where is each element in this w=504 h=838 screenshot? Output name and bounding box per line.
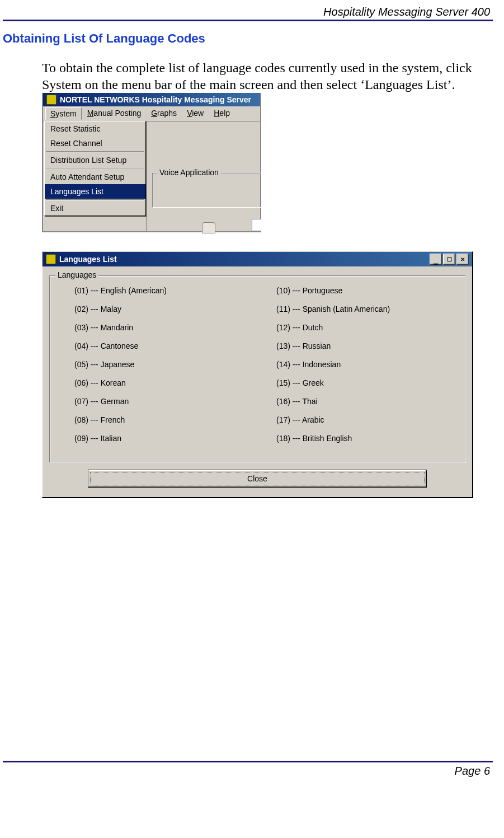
page-header: Hospitality Messaging Server 400 <box>3 6 493 20</box>
dialog-titlebar: Languages List ▁ ☐ ✕ <box>43 252 472 266</box>
minimize-button[interactable]: ▁ <box>430 254 442 265</box>
lang-09: (09) --- Italian <box>74 434 257 443</box>
maximize-button[interactable]: ☐ <box>443 254 455 265</box>
lang-08: (08) --- French <box>74 415 257 424</box>
lang-13: (13) --- Russian <box>276 341 459 350</box>
lang-07: (07) --- German <box>74 397 257 406</box>
dd-distribution-list[interactable]: Distribution List Setup <box>45 153 145 167</box>
lang-12: (12) --- Dutch <box>276 323 459 332</box>
system-dropdown: Reset Statistic Reset Channel Distributi… <box>44 121 146 216</box>
header-rule <box>3 20 493 21</box>
dd-reset-statistic[interactable]: Reset Statistic <box>45 121 145 136</box>
dd-separator <box>46 168 144 169</box>
lang-17: (17) --- Arabic <box>276 415 459 424</box>
languages-column-left: (01) --- English (American) (02) --- Mal… <box>55 286 257 443</box>
menu-system[interactable]: System <box>45 107 82 120</box>
lang-03: (03) --- Mandarin <box>74 323 257 332</box>
lang-16: (16) --- Thai <box>276 397 459 406</box>
lang-10: (10) --- Portuguese <box>276 286 459 295</box>
lang-04: (04) --- Cantonese <box>74 341 257 350</box>
dd-separator <box>46 151 144 152</box>
voice-application-label: Voice Application <box>157 168 221 177</box>
languages-group-label: Languages <box>55 270 98 279</box>
device-icon <box>202 222 215 233</box>
lang-11: (11) --- Spanish (Latin American) <box>276 305 459 313</box>
voice-application-group: Voice Application <box>152 173 261 208</box>
dd-auto-attendant[interactable]: Auto Attendant Setup <box>45 170 145 184</box>
languages-groupbox: Languages (01) --- English (American) (0… <box>49 275 465 462</box>
lang-06: (06) --- Korean <box>74 378 257 387</box>
dd-separator <box>46 199 144 200</box>
lang-02: (02) --- Malay <box>74 305 257 313</box>
side-panel: Voice Application <box>146 121 260 231</box>
close-button-label: Close <box>90 472 425 485</box>
app-icon <box>46 95 56 105</box>
dd-languages-list[interactable]: Languages List <box>45 184 145 199</box>
lang-01: (01) --- English (American) <box>74 286 257 295</box>
menu-manual-posting[interactable]: Manual Posting <box>83 107 146 120</box>
lang-14: (14) --- Indonesian <box>276 360 459 369</box>
main-window-screenshot: NORTEL NETWORKS Hospitality Messaging Se… <box>42 93 261 232</box>
section-title: Obtaining List Of Language Codes <box>3 31 493 46</box>
lang-05: (05) --- Japanese <box>74 360 257 369</box>
close-button[interactable]: Close <box>88 470 426 487</box>
partial-textbox <box>252 219 261 231</box>
dd-reset-channel[interactable]: Reset Channel <box>45 136 145 151</box>
languages-column-right: (10) --- Portuguese (11) --- Spanish (La… <box>257 286 459 443</box>
dd-exit[interactable]: Exit <box>45 201 145 216</box>
page-footer: Page 6 <box>3 762 493 778</box>
body-paragraph: To obtain the complete list of language … <box>42 59 487 93</box>
main-titlebar: NORTEL NETWORKS Hospitality Messaging Se… <box>43 93 260 106</box>
dialog-title-text: Languages List <box>59 255 117 264</box>
close-window-button[interactable]: ✕ <box>456 254 469 265</box>
lang-18: (18) --- British English <box>276 434 459 443</box>
dialog-icon <box>46 254 56 264</box>
menu-graphs[interactable]: Graphs <box>147 107 181 120</box>
lang-15: (15) --- Greek <box>276 378 459 387</box>
main-titlebar-text: NORTEL NETWORKS Hospitality Messaging Se… <box>60 95 251 104</box>
menu-view[interactable]: View <box>182 107 208 120</box>
menu-help[interactable]: Help <box>209 107 234 120</box>
languages-dialog: Languages List ▁ ☐ ✕ Languages (01) --- … <box>42 251 473 498</box>
menu-bar: System Manual Posting Graphs View Help <box>43 106 260 121</box>
